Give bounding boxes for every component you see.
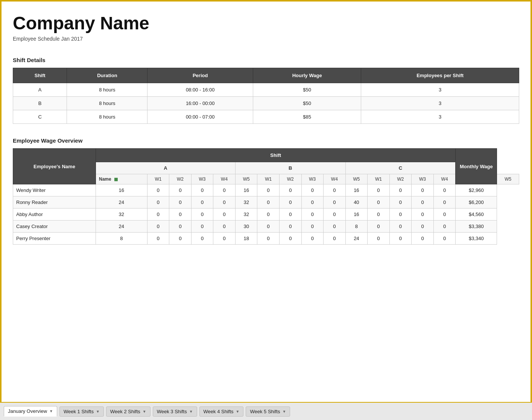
hourly-wage-col-header: Hourly Wage — [253, 68, 361, 83]
shift-b-cell: 0 — [324, 196, 346, 208]
tab-label: Week 3 Shifts — [157, 409, 187, 414]
shift-b-cell: 0 — [257, 196, 280, 208]
name-col-label: Name ▦ — [96, 174, 147, 184]
shift-c-cell: 0 — [368, 184, 390, 196]
monthly-wage-cell: $6,200 — [456, 196, 497, 208]
a-w3-header: W3 — [191, 174, 213, 184]
shift-b-cell: 0 — [257, 233, 280, 245]
b-w5-header: W5 — [345, 174, 368, 184]
shift-c-cell: 0 — [433, 233, 456, 245]
shift-c-cell: 16 — [345, 208, 368, 221]
chevron-down-icon: ▼ — [236, 409, 240, 414]
shift-a-cell: 0 — [191, 233, 213, 245]
shift-c-cell: 0 — [412, 208, 434, 221]
employee-name-cell: Abby Author — [13, 208, 96, 221]
c-w3-header: W3 — [412, 174, 434, 184]
tab-week-3-shifts[interactable]: Week 3 Shifts▼ — [153, 406, 197, 417]
monthly-wage-cell: $2,960 — [456, 184, 497, 196]
shift-c-cell: 0 — [368, 208, 390, 221]
table-row: Perry Presenter80000180000240000$3,340 — [13, 233, 519, 245]
shift-b-cell: 16 — [235, 184, 257, 196]
hourly-wage-cell: $85 — [253, 110, 361, 124]
table-row: A 8 hours 08:00 - 16:00 $50 3 — [13, 83, 519, 97]
shift-a-cell: 0 — [169, 184, 192, 196]
monthly-wage-cell: $4,560 — [456, 208, 497, 221]
shift-b-cell: 32 — [235, 196, 257, 208]
shift-a-cell: 0 — [191, 196, 213, 208]
employee-name-col-header: Employee's Name — [13, 149, 96, 184]
table-row: Ronny Reader240000320000400000$6,200 — [13, 196, 519, 208]
shift-c-cell: 0 — [433, 221, 456, 233]
duration-cell: 8 hours — [67, 110, 147, 124]
wage-overview-section: Employee Wage Overview Employee's Name S… — [13, 137, 519, 245]
employee-name-cell: Casey Creator — [13, 221, 96, 233]
employees-cell: 3 — [361, 97, 519, 110]
tab-week-5-shifts[interactable]: Week 5 Shifts▼ — [246, 406, 290, 417]
shift-c-cell: 0 — [389, 233, 412, 245]
shift-b-cell: 0 — [324, 233, 346, 245]
shift-a-cell: 0 — [147, 221, 169, 233]
shift-b-cell: 0 — [324, 184, 346, 196]
employees-cell: 3 — [361, 110, 519, 124]
shift-c-cell: 0 — [389, 196, 412, 208]
subtitle: Employee Schedule Jan 2017 — [13, 36, 519, 42]
tab-january-overview[interactable]: January Overview▼ — [4, 406, 57, 417]
employee-name-cell: Ronny Reader — [13, 196, 96, 208]
a-w2-header: W2 — [169, 174, 192, 184]
tab-week-1-shifts[interactable]: Week 1 Shifts▼ — [59, 406, 104, 417]
c-w5-header: W5 — [497, 174, 519, 184]
table-row: Abby Author320000320000160000$4,560 — [13, 208, 519, 221]
shift-c-cell: 0 — [389, 208, 412, 221]
shift-a-cell: 0 — [191, 221, 213, 233]
employees-per-shift-col-header: Employees per Shift — [361, 68, 519, 83]
period-cell: 00:00 - 07:00 — [147, 110, 253, 124]
shift-c-cell: 0 — [433, 184, 456, 196]
duration-cell: 8 hours — [67, 97, 147, 110]
duration-col-header: Duration — [67, 68, 147, 83]
shift-b-cell: 32 — [235, 208, 257, 221]
table-row: Casey Creator24000030000080000$3,380 — [13, 221, 519, 233]
shift-a-cell: 0 — [213, 208, 236, 221]
chevron-down-icon: ▼ — [282, 409, 286, 414]
shift-b-cell: 0 — [301, 196, 324, 208]
shift-a-cell: 0 — [191, 208, 213, 221]
shift-c-cell: 8 — [345, 221, 368, 233]
filter-icon[interactable]: ▦ — [114, 177, 118, 181]
shift-c-cell: 0 — [368, 233, 390, 245]
shift-c-cell: 0 — [433, 208, 456, 221]
shift-a-cell: 0 — [213, 221, 236, 233]
period-cell: 16:00 - 00:00 — [147, 97, 253, 110]
shift-a-cell: 0 — [147, 208, 169, 221]
tab-week-4-shifts[interactable]: Week 4 Shifts▼ — [199, 406, 244, 417]
shift-b-cell: 18 — [235, 233, 257, 245]
hourly-wage-cell: $50 — [253, 83, 361, 97]
shift-a-cell: 24 — [96, 221, 147, 233]
shift-c-cell: 0 — [389, 184, 412, 196]
shift-b-cell: 0 — [257, 208, 280, 221]
employee-name-cell: Perry Presenter — [13, 233, 96, 245]
b-w2-header: W2 — [279, 174, 301, 184]
b-w1-header: W1 — [257, 174, 280, 184]
employees-cell: 3 — [361, 83, 519, 97]
shift-col-header: Shift — [96, 149, 456, 162]
a-w5-header: W5 — [235, 174, 257, 184]
tab-week-2-shifts[interactable]: Week 2 Shifts▼ — [106, 406, 150, 417]
shift-b-cell: 0 — [279, 233, 301, 245]
a-w1-header: W1 — [147, 174, 169, 184]
shift-b-cell: 0 — [301, 184, 324, 196]
shift-b-group-header: B — [235, 162, 345, 174]
shift-details-title: Shift Details — [13, 57, 519, 63]
shift-c-cell: 0 — [412, 233, 434, 245]
shift-a-cell: 0 — [213, 184, 236, 196]
shift-a-cell: 32 — [96, 208, 147, 221]
shift-c-cell: 40 — [345, 196, 368, 208]
shift-b-cell: 0 — [279, 208, 301, 221]
shift-c-cell: 0 — [433, 196, 456, 208]
shift-c-cell: 0 — [412, 184, 434, 196]
shift-table-header-row: Shift Duration Period Hourly Wage Employ… — [13, 68, 519, 83]
tab-label: Week 4 Shifts — [204, 409, 234, 414]
shift-a-cell: 0 — [213, 233, 236, 245]
wage-table: Employee's Name Shift Monthly Wage A B C… — [13, 148, 519, 245]
c-w1-header: W1 — [368, 174, 390, 184]
shift-c-cell: 0 — [368, 196, 390, 208]
